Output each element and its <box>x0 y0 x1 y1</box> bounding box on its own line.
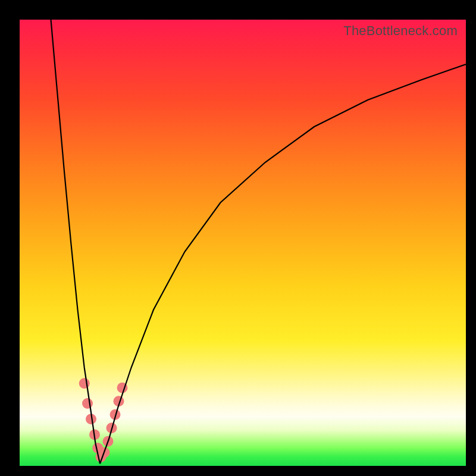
plot-area: TheBottleneck.com <box>20 20 466 466</box>
bead-point <box>79 378 90 389</box>
curve-right-branch <box>100 64 466 464</box>
beads-group <box>79 378 128 462</box>
bead-point <box>82 398 93 409</box>
curve-left-branch <box>51 20 101 464</box>
outer-frame: TheBottleneck.com <box>0 0 476 476</box>
chart-svg <box>20 20 466 466</box>
